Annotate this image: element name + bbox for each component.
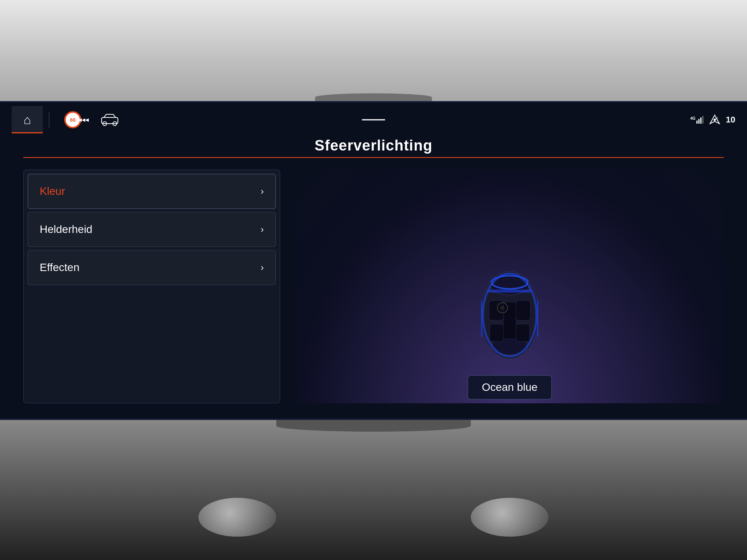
speed-limit-value: 60 [70,117,75,123]
menu-item-effecten-arrow: › [261,262,264,273]
nav-center-decoration [362,119,385,121]
menu-item-kleur-label: Kleur [40,185,65,198]
menu-item-effecten[interactable]: Effecten › [28,250,276,285]
signal-bars-icon [696,116,703,124]
main-content-area: Sfeerverlichting Kleur › Helderheid › [0,137,747,419]
bottom-reflection-left [198,498,276,537]
network-signal-indicator: 4G [690,116,703,124]
nav-right-status: 4G 10 [690,114,735,125]
car-preview: Ocean blue [465,261,554,403]
photo-top-area [0,0,747,101]
menu-item-kleur[interactable]: Kleur › [28,174,276,209]
menu-item-helderheid[interactable]: Helderheid › [28,212,276,247]
nav-items: ⌂ 60 ◀◀◀ [12,106,125,133]
color-name-badge[interactable]: Ocean blue [468,375,551,399]
navigation-icon [709,114,720,125]
svg-rect-5 [700,117,701,124]
svg-rect-6 [702,116,703,124]
menu-item-kleur-arrow: › [261,186,264,197]
color-name-label: Ocean blue [482,381,537,393]
page-title: Sfeerverlichting [314,137,432,154]
svg-rect-14 [516,301,530,320]
car-top-view-svg [465,261,554,369]
title-underline [23,157,724,158]
menu-item-effecten-label: Effecten [40,261,79,274]
svg-rect-0 [102,117,118,124]
current-speed-value: 10 [726,115,735,125]
content-row: Kleur › Helderheid › Effecten › [23,170,724,403]
home-icon: ⌂ [23,113,31,127]
sound-wave-icon: ◀◀◀ [78,117,89,122]
svg-rect-16 [516,324,530,341]
photo-bottom-area [0,420,747,560]
nav-speed-sign-button[interactable]: 60 ◀◀◀ [55,106,90,133]
svg-rect-17 [503,302,516,338]
svg-rect-15 [490,324,503,341]
svg-rect-4 [698,119,700,124]
page-title-section: Sfeerverlichting [23,137,724,158]
svg-rect-13 [489,301,503,320]
svg-rect-3 [696,121,698,124]
nav-divider-1 [49,112,49,128]
svg-point-25 [500,306,505,310]
bottom-reflection-right [471,498,549,537]
menu-item-helderheid-arrow: › [261,224,264,235]
signal-superscript: 4G [690,117,695,121]
nav-home-button[interactable]: ⌂ [12,106,43,133]
car-silhouette-icon [101,113,119,127]
menu-item-helderheid-label: Helderheid [40,223,92,236]
nav-car-button[interactable] [94,106,125,133]
bottom-reflections [198,498,549,537]
infotainment-screen: ⌂ 60 ◀◀◀ [0,101,747,420]
top-nav-bar: ⌂ 60 ◀◀◀ [0,102,747,137]
preview-area: Ocean blue [296,170,724,403]
menu-panel: Kleur › Helderheid › Effecten › [23,170,280,403]
svg-rect-21 [488,290,531,292]
car-top-view-container [465,261,554,369]
